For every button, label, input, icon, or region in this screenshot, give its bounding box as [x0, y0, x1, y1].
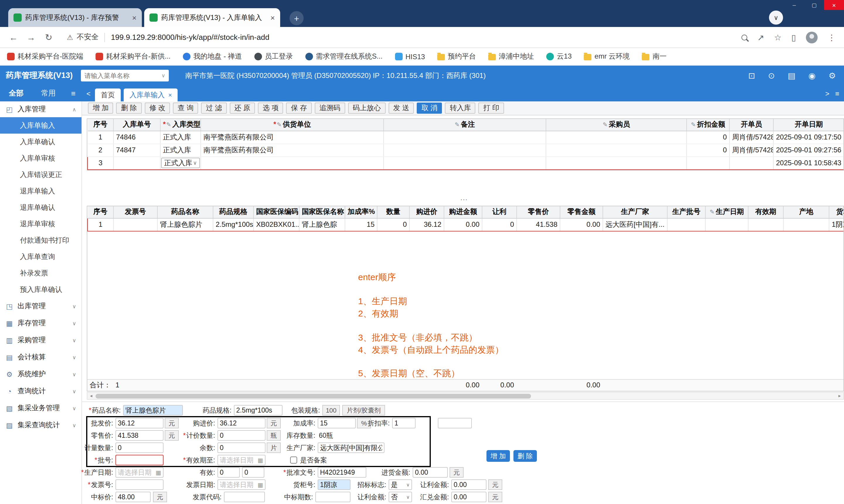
maximize-button[interactable]: ▢ — [804, 0, 824, 10]
cell-remark[interactable] — [383, 144, 546, 157]
sidebar-item-supplement-invoice[interactable]: 补录发票 — [0, 265, 82, 281]
bookmark-item[interactable]: 预约平台 — [437, 52, 476, 61]
back-icon[interactable]: ← — [5, 32, 22, 42]
discount-rate-input[interactable] — [392, 418, 416, 428]
minimize-button[interactable]: – — [784, 0, 804, 10]
sidebar-menu-icon[interactable]: ≡ — [65, 89, 82, 98]
sidebar-group-outbound[interactable]: ◳ 出库管理 ∨ — [0, 298, 82, 315]
code-safe-button[interactable]: 码上放心 — [348, 103, 386, 114]
cell-order-no[interactable] — [113, 157, 160, 169]
add-line-button[interactable]: 增 加 — [486, 450, 510, 462]
cell-buyer[interactable] — [546, 157, 687, 169]
sidebar-item-payment-notice-print[interactable]: 付款通知书打印 — [0, 232, 82, 249]
sidebar-item-stock-in-audit[interactable]: 入库单审核 — [0, 150, 82, 166]
page-tab-home[interactable]: 首页 — [95, 89, 121, 102]
filing-checkbox[interactable] — [290, 456, 297, 464]
sidebar-item-stock-in-entry[interactable]: 入库单输入 — [0, 117, 82, 133]
sidebar-item-return-confirm[interactable]: 退库单确认 — [0, 199, 82, 216]
exchange-amount-input[interactable] — [451, 492, 486, 502]
browser-tab-stock-in[interactable]: 药库管理系统(V13) - 入库单输入 × — [144, 8, 280, 27]
refresh-icon[interactable]: ↻ — [40, 32, 57, 42]
bookmark-item[interactable]: 我的地盘 - 禅道 — [183, 52, 242, 61]
cell-supplier[interactable]: 南平鹭燕医药有限公司 — [201, 144, 383, 157]
cell-retail-amount[interactable]: 0.00 — [560, 218, 603, 231]
cell-date[interactable]: 2025-09-01 10:58:43 — [773, 157, 844, 169]
sidebar-item-stock-in-query[interactable]: 入库单查询 — [0, 249, 82, 265]
expiry-date-input[interactable]: 请选择日期 ▦ — [217, 455, 266, 465]
side-panel-icon[interactable]: ▯ — [792, 33, 796, 42]
cell-type[interactable]: 正式入库 — [160, 144, 201, 157]
copy-icon[interactable]: ▤ — [788, 71, 795, 80]
sidebar-tab-all[interactable]: 全部 — [0, 89, 32, 98]
preview-icon[interactable]: ◉ — [808, 71, 815, 80]
cell-drug-name[interactable]: 肾上腺色腙片 — [157, 218, 213, 231]
cell-discount[interactable] — [687, 157, 730, 169]
print-button[interactable]: 打 印 — [479, 103, 504, 114]
cell-discount[interactable]: 0 — [687, 144, 730, 157]
query-button[interactable]: 查 询 — [173, 103, 198, 114]
tab-close-icon[interactable]: × — [270, 13, 275, 22]
bookmark-item[interactable]: 漳浦中地址 — [488, 52, 534, 61]
cell-buyer[interactable] — [546, 144, 687, 157]
cell-supplier[interactable]: 南平鹭燕医药有限公司 — [201, 131, 383, 144]
bookmark-item[interactable]: 云13 — [546, 52, 572, 61]
share-icon[interactable]: ↗ — [757, 33, 764, 42]
settings-icon[interactable]: ⚙ — [828, 71, 836, 80]
cell-seq[interactable]: 1 — [88, 131, 113, 144]
transfer-stock-button[interactable]: 转入库 — [445, 103, 475, 114]
cell-production-date[interactable] — [705, 218, 748, 231]
bookmark-item[interactable]: 南一 — [642, 52, 667, 61]
cell-seq[interactable]: 3 — [88, 157, 113, 169]
cell-cabinet[interactable]: 1阴凉 — [829, 218, 844, 231]
cell-remark[interactable] — [383, 157, 546, 169]
browser-menu-icon[interactable]: ⋮ — [828, 33, 836, 42]
cell-origin[interactable] — [783, 218, 829, 231]
splitter-handle[interactable]: ⋯ — [460, 195, 469, 204]
bookmark-item[interactable]: 耗材采购平台-新供... — [95, 52, 170, 61]
forward-icon[interactable]: → — [22, 32, 40, 42]
bookmark-item[interactable]: HIS13 — [395, 52, 425, 61]
cell-buyer[interactable] — [546, 131, 687, 144]
cell-clerk[interactable]: 周肖倩/57428 — [730, 131, 773, 144]
profile-avatar[interactable] — [806, 31, 818, 43]
cell-seq[interactable]: 2 — [88, 144, 113, 157]
bookmark-item[interactable]: 耗材采购平台-医院端 — [7, 52, 83, 61]
cell-invoice-no[interactable] — [113, 218, 157, 231]
sidebar-group-system[interactable]: ⚙ 系统维护 ∨ — [0, 366, 82, 383]
cell-manufacturer[interactable]: 远大医药[中国]有... — [603, 218, 667, 231]
cell-drug-spec[interactable]: 2.5mg*100s — [213, 218, 253, 231]
cell-type[interactable]: 正式入库 — [160, 131, 201, 144]
cell-purchase-amount[interactable]: 0.00 — [444, 218, 482, 231]
scroll-right-icon[interactable]: ▸ — [836, 393, 843, 399]
cell-discount[interactable]: 0 — [687, 131, 730, 144]
url-text[interactable]: 199.9.129.29:8000/his-yk/app/#/stock-in/… — [111, 33, 270, 42]
modify-button[interactable]: 修 改 — [144, 103, 170, 114]
delete-line-button[interactable]: 删 除 — [514, 450, 537, 462]
menu-search[interactable]: ∨ — [81, 70, 169, 82]
valid-year-input[interactable] — [217, 467, 240, 478]
screenshot-icon[interactable]: ⊡ — [748, 71, 755, 80]
security-indicator[interactable]: ⚠ 不安全 — [67, 32, 99, 42]
sidebar-item-return-entry[interactable]: 退库单输入 — [0, 183, 82, 199]
sidebar-group-inventory[interactable]: ▦ 库存管理 ∨ — [0, 315, 82, 332]
sidebar-group-accounting[interactable]: ▤ 会计核算 ∨ — [0, 349, 82, 366]
scroll-left-icon[interactable]: ◂ — [87, 393, 95, 399]
voice-icon[interactable]: ⊙ — [768, 71, 775, 80]
cell-rebate[interactable]: 0 — [482, 218, 517, 231]
horizontal-scrollbar[interactable]: ◂ ▸ — [87, 392, 844, 400]
browser-tab-stock-warning[interactable]: 药库管理系统(V13) - 库存预警 × — [8, 8, 142, 27]
bookmark-item[interactable]: emr 云环境 — [584, 52, 630, 61]
unlabeled-input[interactable] — [438, 418, 472, 428]
new-tab-button[interactable]: + — [289, 11, 304, 25]
bookmark-item[interactable]: 员工登录 — [254, 52, 293, 61]
menu-search-input[interactable] — [84, 72, 155, 79]
bid-price-input[interactable] — [115, 492, 151, 502]
cell-retail-price[interactable]: 41.538 — [517, 218, 560, 231]
cell-insurance-name[interactable]: 肾上腺色腙 — [299, 218, 345, 231]
close-button[interactable]: × — [824, 0, 844, 10]
options-button[interactable]: 选 项 — [258, 103, 283, 114]
tabs-list-icon[interactable]: ≡ — [835, 89, 839, 97]
cancel-button[interactable]: 取 消 — [417, 103, 442, 114]
sidebar-group-inbound[interactable]: ◰ 入库管理 ∧ — [0, 102, 82, 117]
cell-clerk[interactable] — [730, 157, 773, 169]
